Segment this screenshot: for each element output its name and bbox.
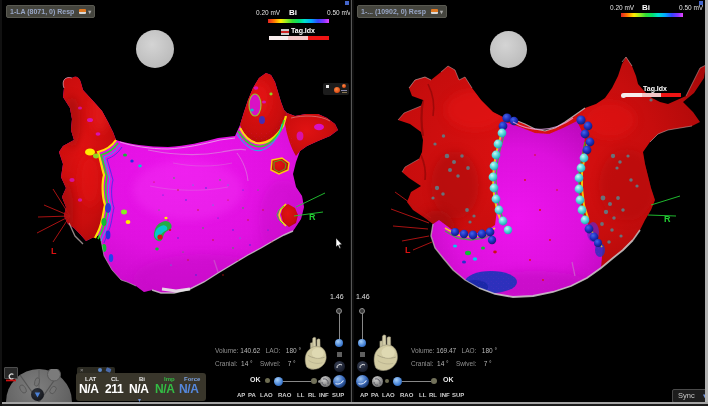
svg-text:R: R: [309, 212, 316, 222]
svg-text:L: L: [51, 246, 57, 256]
svg-text:L: L: [405, 245, 411, 255]
svg-text:R: R: [664, 214, 671, 224]
